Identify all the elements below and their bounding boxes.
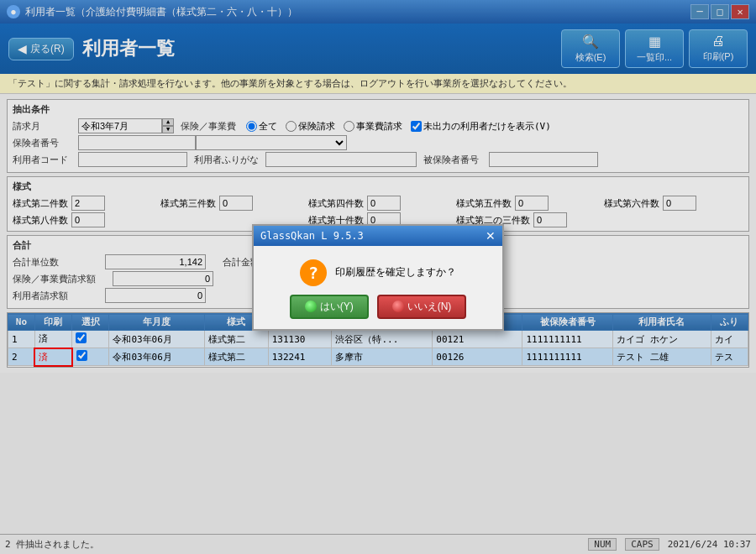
yes-circle-icon [305, 301, 317, 312]
dialog-close-button[interactable]: ✕ [486, 229, 496, 243]
dialog-title-text: GlassQkan L 9.5.3 [260, 230, 364, 242]
confirm-dialog: GlassQkan L 9.5.3 ✕ ? 印刷履歴を確定しますか？ はい(Y)… [252, 224, 504, 331]
no-circle-icon [392, 301, 404, 312]
dialog-question-icon: ? [300, 259, 327, 286]
dialog-yes-button[interactable]: はい(Y) [290, 295, 369, 319]
dialog-buttons: はい(Y) いいえ(N) [290, 295, 467, 319]
dialog-no-button[interactable]: いいえ(N) [377, 295, 467, 319]
dialog-message: 印刷履歴を確定しますか？ [335, 265, 456, 280]
dialog-title-bar: GlassQkan L 9.5.3 ✕ [254, 226, 502, 246]
dialog-overlay: GlassQkan L 9.5.3 ✕ ? 印刷履歴を確定しますか？ はい(Y)… [0, 0, 756, 554]
no-label: いいえ(N) [407, 300, 452, 314]
yes-label: はい(Y) [320, 300, 354, 314]
dialog-body: ? 印刷履歴を確定しますか？ はい(Y) いいえ(N) [254, 246, 502, 329]
dialog-message-row: ? 印刷履歴を確定しますか？ [300, 259, 456, 286]
